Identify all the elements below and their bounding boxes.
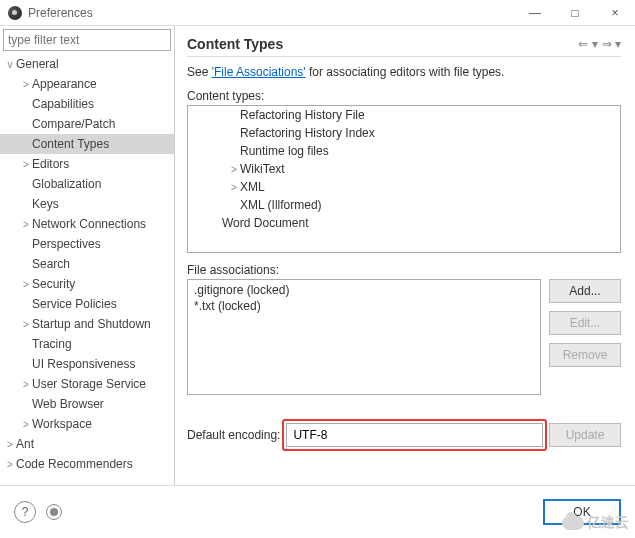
section-header: Content Types ⇐ ▾ ⇒ ▾ [187,36,621,52]
bottom-bar: ? OK [0,485,635,538]
content-type-label: Word Document [222,216,308,230]
tree-item[interactable]: >Appearance [0,74,174,94]
twisty-icon[interactable]: > [20,279,32,290]
twisty-icon[interactable]: > [20,379,32,390]
tree-item[interactable]: Keys [0,194,174,214]
encoding-input-wrap [286,423,543,447]
tree-item-label: UI Responsiveness [32,357,135,371]
tree-item-label: Perspectives [32,237,101,251]
tree-item-label: Web Browser [32,397,104,411]
window-title: Preferences [28,6,93,20]
file-assoc-buttons: Add... Edit... Remove [549,279,621,395]
content-type-label: WikiText [240,162,285,176]
tree-item[interactable]: Globalization [0,174,174,194]
tree-item[interactable]: Web Browser [0,394,174,414]
app-icon [8,6,22,20]
nav-arrows: ⇐ ▾ ⇒ ▾ [578,37,621,51]
tree-item-label: Workspace [32,417,92,431]
tree-item[interactable]: >Editors [0,154,174,174]
desc-prefix: See [187,65,212,79]
content-types-list[interactable]: Refactoring History FileRefactoring Hist… [187,105,621,253]
edit-button[interactable]: Edit... [549,311,621,335]
content-type-item[interactable]: >XML [188,178,620,196]
default-encoding-label: Default encoding: [187,428,280,442]
tree-item-label: Editors [32,157,69,171]
minimize-button[interactable]: — [515,0,555,26]
content-type-label: Refactoring History File [240,108,365,122]
tree-item[interactable]: Search [0,254,174,274]
content-type-item[interactable]: >WikiText [188,160,620,178]
maximize-button[interactable]: □ [555,0,595,26]
tree-item[interactable]: vGeneral [0,54,174,74]
tree-item-label: Appearance [32,77,97,91]
tree-item[interactable]: >Workspace [0,414,174,434]
file-association-item[interactable]: .gitignore (locked) [194,283,534,299]
twisty-icon[interactable]: > [4,439,16,450]
content-types-label: Content types: [187,89,621,103]
default-encoding-input[interactable] [286,423,543,447]
close-button[interactable]: × [595,0,635,26]
twisty-icon[interactable]: > [20,319,32,330]
tree-item-label: Startup and Shutdown [32,317,151,331]
tree-item[interactable]: Compare/Patch [0,114,174,134]
remove-button[interactable]: Remove [549,343,621,367]
file-association-item[interactable]: *.txt (locked) [194,299,534,315]
twisty-icon[interactable]: > [20,159,32,170]
file-associations-label: File associations: [187,263,621,277]
update-button[interactable]: Update [549,423,621,447]
file-associations-link[interactable]: 'File Associations' [212,65,306,79]
tree-item[interactable]: Tracing [0,334,174,354]
add-button[interactable]: Add... [549,279,621,303]
content-type-item[interactable]: Refactoring History Index [188,124,620,142]
tree-item[interactable]: >Startup and Shutdown [0,314,174,334]
twisty-icon[interactable]: > [228,164,240,175]
twisty-icon[interactable]: > [20,419,32,430]
tree-item-label: Compare/Patch [32,117,115,131]
content-type-item[interactable]: Runtime log files [188,142,620,160]
content-type-item[interactable]: Word Document [188,214,620,232]
tree-item-label: Network Connections [32,217,146,231]
tree-item-label: Content Types [32,137,109,151]
forward-button[interactable]: ⇒ ▾ [602,37,621,51]
main-area: vGeneral>AppearanceCapabilitiesCompare/P… [0,26,635,485]
twisty-icon[interactable]: > [20,219,32,230]
twisty-icon[interactable]: > [20,79,32,90]
title-bar: Preferences — □ × [0,0,635,26]
content-type-label: XML [240,180,265,194]
oomph-button[interactable] [46,504,62,520]
left-panel: vGeneral>AppearanceCapabilitiesCompare/P… [0,26,175,485]
file-associations-row: .gitignore (locked)*.txt (locked) Add...… [187,279,621,395]
twisty-icon[interactable]: > [228,182,240,193]
back-button[interactable]: ⇐ ▾ [578,37,597,51]
window-controls: — □ × [515,0,635,26]
tree-item[interactable]: >User Storage Service [0,374,174,394]
tree-item[interactable]: >Ant [0,434,174,454]
tree-item[interactable]: Service Policies [0,294,174,314]
right-panel: Content Types ⇐ ▾ ⇒ ▾ See 'File Associat… [175,26,635,485]
tree-item-label: General [16,57,59,71]
tree-item-label: Code Recommenders [16,457,133,471]
preferences-tree[interactable]: vGeneral>AppearanceCapabilitiesCompare/P… [0,54,174,485]
tree-item[interactable]: >Security [0,274,174,294]
tree-item[interactable]: Content Types [0,134,174,154]
help-button[interactable]: ? [14,501,36,523]
ok-button[interactable]: OK [543,499,621,525]
tree-item-label: Capabilities [32,97,94,111]
header-divider [187,56,621,57]
content-type-item[interactable]: XML (Illformed) [188,196,620,214]
twisty-icon[interactable]: v [4,59,16,70]
file-associations-list[interactable]: .gitignore (locked)*.txt (locked) [187,279,541,395]
tree-item[interactable]: >Network Connections [0,214,174,234]
tree-item[interactable]: Perspectives [0,234,174,254]
tree-item-label: Service Policies [32,297,117,311]
tree-item[interactable]: Capabilities [0,94,174,114]
tree-item-label: Ant [16,437,34,451]
tree-item[interactable]: >Code Recommenders [0,454,174,474]
tree-item-label: Search [32,257,70,271]
content-type-item[interactable]: Refactoring History File [188,106,620,124]
filter-input[interactable] [3,29,171,51]
twisty-icon[interactable]: > [4,459,16,470]
tree-item[interactable]: UI Responsiveness [0,354,174,374]
tree-item-label: User Storage Service [32,377,146,391]
tree-item-label: Keys [32,197,59,211]
